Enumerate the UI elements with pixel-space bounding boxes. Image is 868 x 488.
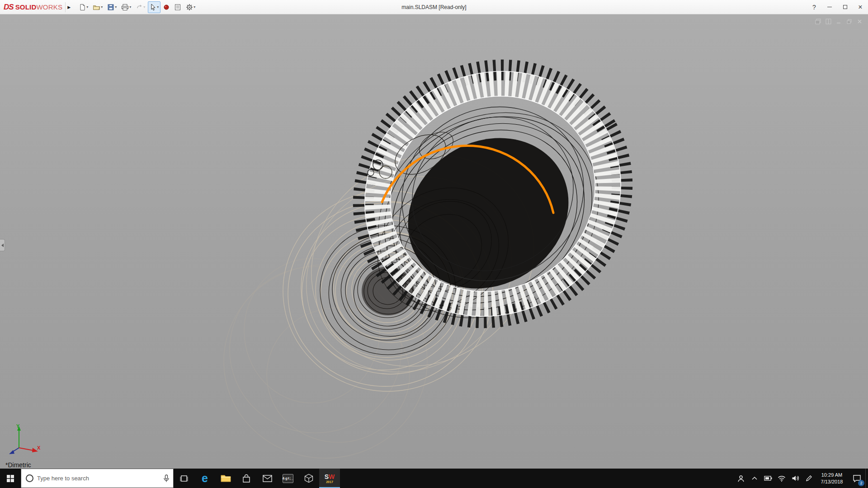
doc-minimize-icon[interactable] xyxy=(835,18,842,24)
speaker-icon xyxy=(792,475,799,482)
brand-works-text: WORKS xyxy=(36,3,62,11)
options-button[interactable]: ▾ xyxy=(184,1,197,13)
toolbar-flyout-button[interactable]: ▶ xyxy=(65,2,72,12)
featuremanager-collapse-handle[interactable] xyxy=(0,239,5,251)
axis-y-label: Y xyxy=(16,423,20,429)
save-button[interactable]: ▾ xyxy=(105,1,118,13)
people-button[interactable] xyxy=(734,469,748,488)
undo-icon xyxy=(136,4,143,11)
ds-logo-icon: DS xyxy=(4,3,14,12)
solidworks-app-button[interactable]: SW 2017 xyxy=(319,469,340,488)
window-controls: ? × xyxy=(807,0,868,14)
graphics-viewport[interactable]: Y X *Dimetric xyxy=(0,14,868,469)
minimize-icon xyxy=(827,7,832,7)
cortana-icon[interactable] xyxy=(26,474,33,482)
chevron-up-icon xyxy=(751,476,758,480)
open-caret-icon: ▾ xyxy=(101,5,103,9)
store-button[interactable] xyxy=(236,469,257,488)
people-icon xyxy=(737,474,745,483)
new-document-button[interactable]: ▾ xyxy=(77,1,90,13)
minimize-button[interactable] xyxy=(822,0,837,14)
task-view-icon xyxy=(179,474,189,483)
select-button[interactable]: ▾ xyxy=(148,1,160,13)
document-window-controls xyxy=(815,18,863,24)
restore-button[interactable] xyxy=(837,0,853,14)
print-icon xyxy=(121,4,129,11)
sw-year-badge: 2017 xyxy=(326,480,333,483)
doc-close-icon[interactable] xyxy=(856,18,863,24)
show-desktop-button[interactable] xyxy=(865,469,868,488)
microphone-icon[interactable] xyxy=(163,474,170,483)
doc-cascade-icon[interactable] xyxy=(815,18,821,24)
solidworks-app-icon: SW 2017 xyxy=(325,474,335,483)
reference-triad: Y X xyxy=(6,422,42,456)
open-icon xyxy=(93,4,100,11)
help-button[interactable]: ? xyxy=(807,0,822,14)
select-caret-icon: ▾ xyxy=(157,5,159,9)
design-library-button[interactable] xyxy=(172,1,183,13)
new-document-caret-icon: ▾ xyxy=(86,5,88,9)
volume-button[interactable] xyxy=(788,469,802,488)
close-icon: × xyxy=(858,3,862,11)
sw-letter-s: S xyxy=(325,473,329,480)
battery-icon xyxy=(764,476,772,481)
command-prompt-icon: &gt;_ xyxy=(283,474,293,483)
solidworks-logo: DS SOLIDWORKS xyxy=(0,3,65,12)
undo-caret-icon: ▾ xyxy=(143,5,145,9)
view-orientation-label: *Dimetric xyxy=(5,461,31,469)
pen-button[interactable] xyxy=(802,469,816,488)
network-button[interactable] xyxy=(775,469,788,488)
save-icon xyxy=(107,4,114,11)
select-cursor-icon xyxy=(150,4,156,11)
file-explorer-button[interactable] xyxy=(215,469,236,488)
battery-button[interactable] xyxy=(761,469,775,488)
brand-solid-text: SOLID xyxy=(15,3,37,11)
open-button[interactable]: ▾ xyxy=(91,1,104,13)
command-prompt-button[interactable]: &gt;_ xyxy=(278,469,298,488)
save-caret-icon: ▾ xyxy=(115,5,117,9)
mail-icon xyxy=(263,475,272,482)
new-document-icon xyxy=(79,4,86,11)
system-tray: 10:29 AM 7/13/2018 2 xyxy=(734,469,868,488)
folder-icon xyxy=(221,474,231,483)
close-button[interactable]: × xyxy=(853,0,868,14)
chevron-left-icon xyxy=(1,244,4,247)
viewer-3d-button[interactable] xyxy=(298,469,319,488)
windows-taskbar: e &gt;_ SW 2017 xyxy=(0,469,868,488)
options-caret-icon: ▾ xyxy=(193,5,195,9)
wifi-icon xyxy=(778,475,786,482)
design-library-icon xyxy=(174,4,181,11)
cube-icon xyxy=(304,474,313,483)
pen-icon xyxy=(806,475,812,482)
clock-date: 7/13/2018 xyxy=(821,479,843,485)
windows-logo-icon xyxy=(6,474,14,483)
print-button[interactable]: ▾ xyxy=(119,1,133,13)
edge-icon: e xyxy=(202,473,208,484)
mail-button[interactable] xyxy=(257,469,278,488)
edge-button[interactable]: e xyxy=(194,469,215,488)
titlebar: DS SOLIDWORKS ▶ ▾ ▾ ▾ ▾ xyxy=(0,0,868,14)
restore-icon xyxy=(843,5,847,9)
taskbar-search-box[interactable] xyxy=(21,469,174,488)
clock-time: 10:29 AM xyxy=(821,472,842,479)
search-input[interactable] xyxy=(37,475,160,482)
doc-restore-icon[interactable] xyxy=(846,18,852,24)
gear-icon xyxy=(186,4,193,11)
sw-letter-w: W xyxy=(329,473,335,480)
store-bag-icon xyxy=(242,474,251,483)
engine-model[interactable] xyxy=(0,14,868,469)
start-button[interactable] xyxy=(0,469,21,488)
notification-badge: 2 xyxy=(858,480,864,486)
undo-button[interactable]: ▾ xyxy=(134,1,147,13)
action-center-button[interactable]: 2 xyxy=(848,469,865,488)
doc-tile-icon[interactable] xyxy=(825,18,831,24)
print-caret-icon: ▾ xyxy=(129,5,131,9)
clock[interactable]: 10:29 AM 7/13/2018 xyxy=(816,469,848,488)
xpress-red-sphere-button[interactable] xyxy=(161,1,171,13)
window-title: main.SLDASM [Read-only] xyxy=(401,4,466,10)
main-toolbar: ▾ ▾ ▾ ▾ ▾ ▾ xyxy=(77,1,197,13)
red-sphere-icon xyxy=(163,4,170,10)
axis-x-label: X xyxy=(37,445,41,450)
hidden-icons-button[interactable] xyxy=(748,469,761,488)
task-view-button[interactable] xyxy=(174,469,194,488)
